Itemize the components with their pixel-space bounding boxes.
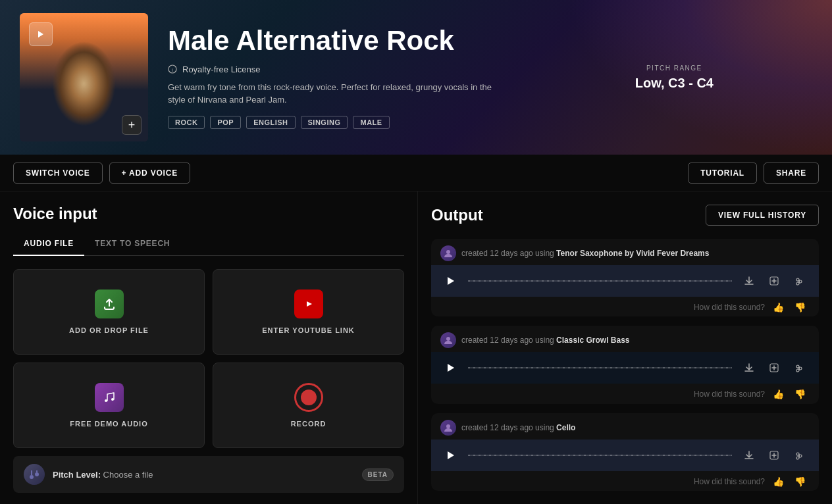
voice-input-title: Voice input <box>13 205 404 223</box>
thumbnail-play-button[interactable] <box>29 22 53 46</box>
thumbs-up-3[interactable]: 👍 <box>770 475 787 488</box>
feedback-label-2: How did this sound? <box>694 390 765 399</box>
svg-marker-18 <box>448 451 454 459</box>
play-button-2[interactable] <box>442 359 460 377</box>
thumbs-up-1[interactable]: 👍 <box>770 301 787 314</box>
switch-voice-button[interactable]: SWITCH VOICE <box>13 163 103 184</box>
pitch-level-label: Pitch Level: <box>53 470 101 480</box>
svg-point-6 <box>111 398 114 401</box>
add-drop-file-card[interactable]: ADD OR DROP FILE <box>13 269 205 355</box>
output-feedback-3: How did this sound? 👍 👎 <box>431 471 819 491</box>
output-meta-3: created 12 days ago using Cello <box>431 413 819 440</box>
output-title: Output <box>431 206 483 224</box>
main-content: Voice input AUDIO FILE TEXT TO SPEECH AD… <box>0 191 832 504</box>
output-voice-2: Classic Growl Bass <box>556 336 629 345</box>
waveform-3 <box>468 455 732 456</box>
hero-license: i Royalty-free License <box>168 64 812 74</box>
pitch-label: PITCH RANGE <box>635 64 714 72</box>
hero-tags: ROCKPOPENGLISHSINGINGMALE <box>168 116 812 129</box>
view-history-button[interactable]: VIEW FULL HISTORY <box>706 205 819 226</box>
avatar-3 <box>440 420 456 436</box>
record-dot <box>301 390 317 405</box>
add-to-queue-button-1[interactable] <box>765 272 783 290</box>
voice-thumbnail: + <box>20 13 148 141</box>
pitch-level-icon <box>24 464 45 485</box>
thumbs-down-3[interactable]: 👎 <box>792 475 808 488</box>
toolbar: SWITCH VOICE + ADD VOICE TUTORIAL SHARE <box>0 155 832 191</box>
pitch-level-bar: Pitch Level: Choose a file BETA <box>13 456 404 493</box>
feedback-label-3: How did this sound? <box>694 477 765 486</box>
license-text: Royalty-free License <box>182 64 261 74</box>
output-meta-text-3: created 12 days ago using Cello <box>461 423 575 432</box>
upload-icon <box>95 290 124 318</box>
add-to-queue-button-2[interactable] <box>765 359 783 377</box>
svg-marker-12 <box>448 277 454 285</box>
svg-point-17 <box>446 424 450 428</box>
add-to-queue-button-3[interactable] <box>765 446 783 465</box>
output-item-3: created 12 days ago using Cello <box>431 413 819 491</box>
hero-tag-rock: ROCK <box>168 116 205 129</box>
thumbnail-add-button[interactable]: + <box>122 115 142 135</box>
share-audio-button-1[interactable] <box>790 272 808 290</box>
toolbar-right: TUTORIAL SHARE <box>688 163 819 184</box>
thumbs-down-1[interactable]: 👎 <box>792 301 808 314</box>
record-card[interactable]: RECORD <box>213 363 404 448</box>
share-audio-button-3[interactable] <box>790 446 808 465</box>
output-meta-2: created 12 days ago using Classic Growl … <box>431 326 819 352</box>
record-label: RECORD <box>291 420 326 428</box>
share-button[interactable]: SHARE <box>764 163 819 184</box>
waveform-1 <box>468 280 732 282</box>
add-voice-button[interactable]: + ADD VOICE <box>109 163 190 184</box>
waveform-2 <box>468 367 732 368</box>
play-button-1[interactable] <box>442 272 460 290</box>
demo-audio-label: FREE DEMO AUDIO <box>70 420 148 428</box>
play-button-3[interactable] <box>442 446 460 465</box>
thumbs-up-2[interactable]: 👍 <box>770 388 787 401</box>
avatar-1 <box>440 245 456 261</box>
audio-actions-1 <box>740 272 808 290</box>
output-panel: Output VIEW FULL HISTORY created 12 days… <box>418 191 832 504</box>
svg-marker-0 <box>38 31 43 38</box>
svg-point-9 <box>35 472 39 476</box>
audio-actions-2 <box>740 359 808 377</box>
toolbar-left: SWITCH VOICE + ADD VOICE <box>13 163 681 184</box>
input-cards-grid: ADD OR DROP FILE ENTER YOUTUBE LINK <box>13 269 404 448</box>
output-meta-text-2: created 12 days ago using Classic Growl … <box>461 336 630 345</box>
download-button-2[interactable] <box>740 359 758 377</box>
svg-point-11 <box>446 250 450 254</box>
youtube-link-card[interactable]: ENTER YOUTUBE LINK <box>213 269 404 355</box>
hero-section: + Male Alternative Rock i Royalty-free L… <box>0 0 832 155</box>
voice-input-panel: Voice input AUDIO FILE TEXT TO SPEECH AD… <box>0 191 418 504</box>
tab-text-to-speech[interactable]: TEXT TO SPEECH <box>84 234 180 256</box>
svg-marker-15 <box>448 364 454 372</box>
hero-description: Get warm fry tone from this rock-ready v… <box>168 81 497 107</box>
demo-audio-card[interactable]: FREE DEMO AUDIO <box>13 363 205 448</box>
tutorial-button[interactable]: TUTORIAL <box>688 163 757 184</box>
input-tabs: AUDIO FILE TEXT TO SPEECH <box>13 234 404 256</box>
output-list: created 12 days ago using Tenor Saxophon… <box>431 239 819 491</box>
thumbs-down-2[interactable]: 👎 <box>792 388 808 401</box>
hero-tag-singing: SINGING <box>301 116 348 129</box>
svg-point-5 <box>105 399 107 402</box>
svg-point-7 <box>30 475 34 479</box>
audio-player-3 <box>431 440 819 471</box>
hero-tag-male: MALE <box>353 116 389 129</box>
hero-tag-english: ENGLISH <box>246 116 295 129</box>
share-audio-button-2[interactable] <box>790 359 808 377</box>
youtube-icon <box>294 290 323 318</box>
output-feedback-1: How did this sound? 👍 👎 <box>431 297 819 316</box>
pitch-level-value: Choose a file <box>103 470 153 480</box>
pitch-range: PITCH RANGE Low, C3 - C4 <box>635 64 714 91</box>
tab-audio-file[interactable]: AUDIO FILE <box>13 234 84 256</box>
download-button-1[interactable] <box>740 272 758 290</box>
output-feedback-2: How did this sound? 👍 👎 <box>431 384 819 403</box>
music-icon <box>95 383 124 412</box>
audio-actions-3 <box>740 446 808 465</box>
download-button-3[interactable] <box>740 446 758 465</box>
feedback-label-1: How did this sound? <box>694 303 765 312</box>
pitch-level-text: Pitch Level: Choose a file <box>53 470 354 480</box>
svg-text:i: i <box>172 67 173 73</box>
avatar-2 <box>440 332 456 348</box>
add-drop-file-label: ADD OR DROP FILE <box>69 326 149 334</box>
output-meta-1: created 12 days ago using Tenor Saxophon… <box>431 239 819 265</box>
